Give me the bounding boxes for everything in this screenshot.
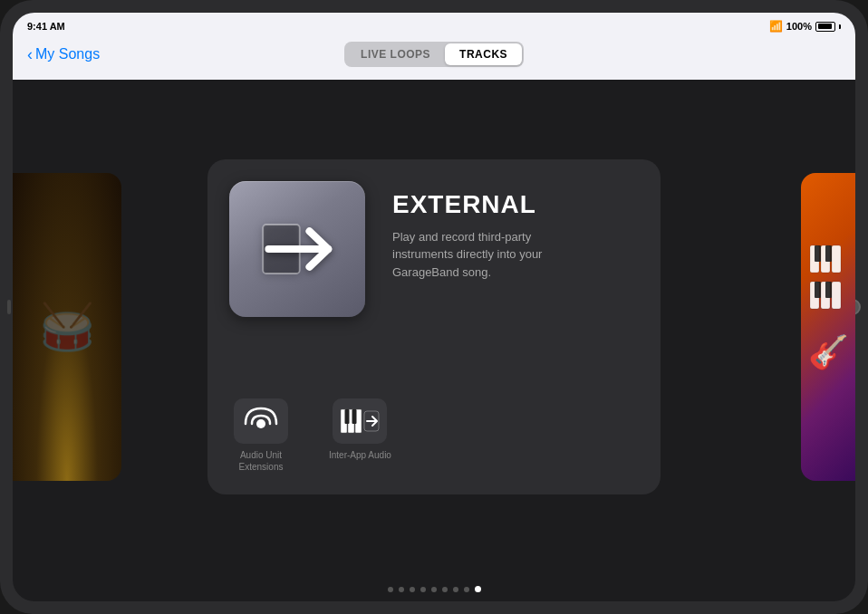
audio-unit-item[interactable]: Audio Unit Extensions (229, 398, 293, 473)
top-bar: ‹ My Songs LIVE LOOPS TRACKS (27, 38, 841, 72)
dot-8[interactable] (464, 587, 469, 592)
tracks-tab[interactable]: TRACKS (445, 43, 522, 65)
status-right: 📶 100% (769, 20, 841, 33)
dot-1[interactable] (388, 587, 393, 592)
svg-rect-18 (815, 282, 821, 298)
external-title: EXTERNAL (392, 190, 592, 219)
audio-unit-label: Audio Unit Extensions (229, 449, 293, 473)
wifi-icon: 📶 (769, 20, 783, 33)
svg-rect-16 (815, 245, 821, 262)
svg-point-2 (256, 419, 265, 428)
battery-icon (815, 22, 835, 32)
side-card-drums[interactable]: 🥁 (13, 173, 121, 481)
svg-rect-17 (825, 245, 832, 262)
keyboard-icon: 🎸 (805, 236, 851, 417)
dot-2[interactable] (399, 587, 404, 592)
dot-9-active[interactable] (475, 586, 481, 592)
screen: 9:41 AM 📶 100% ‹ My Songs LIVE LOOPS TRA (13, 13, 855, 601)
arrow-icon-box (229, 181, 365, 317)
card-top: EXTERNAL Play and record third-party ins… (229, 181, 639, 384)
status-time: 9:41 AM (27, 21, 65, 32)
battery-tip (839, 24, 841, 29)
svg-rect-19 (825, 282, 832, 298)
external-card[interactable]: EXTERNAL Play and record third-party ins… (207, 159, 661, 494)
drums-icon: 🥁 (39, 301, 95, 353)
external-description: Play and record third-party instruments … (392, 228, 592, 282)
inter-app-label: Inter-App Audio (329, 449, 391, 461)
inter-app-icon-box (333, 398, 387, 444)
battery-text: 100% (786, 21, 812, 32)
drums-background: 🥁 (13, 173, 121, 481)
audio-unit-svg (238, 404, 284, 438)
top-bar-wrapper: ‹ My Songs LIVE LOOPS TRACKS (13, 38, 855, 80)
svg-rect-7 (352, 409, 357, 424)
inter-app-svg (337, 404, 382, 438)
inter-app-item[interactable]: Inter-App Audio (329, 398, 391, 461)
side-card-keyboard[interactable]: 🎸 (801, 173, 855, 481)
dot-4[interactable] (420, 587, 426, 592)
svg-text:🎸: 🎸 (808, 332, 849, 371)
page-dots (13, 573, 855, 601)
card-text: EXTERNAL Play and record third-party ins… (392, 181, 592, 282)
dot-7[interactable] (453, 587, 458, 592)
status-bar: 9:41 AM 📶 100% (13, 13, 855, 38)
arrow-right-icon (256, 208, 338, 290)
ipad-frame: 9:41 AM 📶 100% ‹ My Songs LIVE LOOPS TRA (0, 0, 868, 614)
content-area: 🥁 (13, 80, 855, 573)
card-bottom: Audio Unit Extensions (229, 384, 639, 473)
audio-unit-icon-box (234, 398, 288, 444)
dot-6[interactable] (442, 587, 448, 592)
dot-3[interactable] (410, 587, 415, 592)
svg-rect-6 (345, 409, 350, 424)
back-label: My Songs (35, 46, 100, 62)
svg-rect-12 (832, 245, 841, 273)
svg-rect-15 (832, 282, 841, 309)
dot-5[interactable] (431, 587, 437, 592)
back-button[interactable]: ‹ My Songs (27, 46, 100, 62)
side-button-left (7, 300, 11, 314)
segment-control: LIVE LOOPS TRACKS (344, 42, 524, 67)
chevron-left-icon: ‹ (27, 46, 33, 62)
live-loops-tab[interactable]: LIVE LOOPS (346, 43, 445, 65)
